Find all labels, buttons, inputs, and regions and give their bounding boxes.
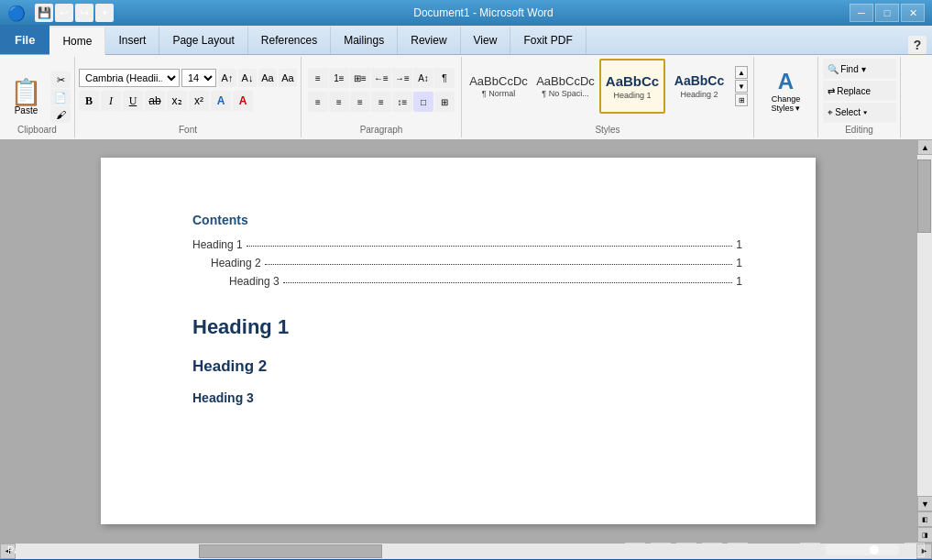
justify-button[interactable]: ≡ (371, 92, 391, 112)
sort-button[interactable]: A↕ (413, 68, 433, 88)
toc-entry-2: Heading 2 1 (211, 257, 742, 269)
styles-scroll-up[interactable]: ▲ (735, 66, 748, 79)
multilevel-list-button[interactable]: ⊞≡ (350, 68, 370, 88)
copy-button[interactable]: 📄 (50, 89, 71, 105)
toc-dots-1 (247, 246, 733, 247)
shading-button[interactable]: □ (413, 92, 433, 112)
tab-references[interactable]: References (248, 27, 331, 54)
font-size-select[interactable]: 14 (181, 69, 216, 87)
minimize-button[interactable]: ─ (850, 4, 873, 22)
toc-page-2: 1 (736, 257, 742, 269)
tab-review[interactable]: Review (398, 27, 460, 54)
cut-button[interactable]: ✂ (50, 71, 71, 88)
select-button[interactable]: ⌖ Select ▾ (823, 103, 896, 123)
heading2: Heading 2 (192, 357, 742, 376)
increase-font-button[interactable]: A↑ (218, 69, 236, 87)
title-bar: 🔵 💾 ↩ ↪ ▾ Document1 - Microsoft Word ─ □… (0, 0, 932, 26)
zoom-slider[interactable] (826, 544, 899, 555)
toc-entry-1: Heading 1 1 (192, 238, 742, 251)
font-name-select[interactable]: Cambria (Headii... (79, 69, 180, 87)
underline-button[interactable]: U (123, 91, 143, 111)
scroll-corner-2[interactable]: ◨ (917, 527, 932, 543)
quick-access-dropdown[interactable]: ▾ (95, 4, 114, 22)
close-button[interactable]: ✕ (901, 4, 925, 22)
clear-format-button[interactable]: Aa (258, 69, 277, 87)
save-button[interactable]: 💾 (35, 4, 53, 22)
paste-button[interactable]: 📋 Paste (4, 77, 49, 118)
toc-page-1: 1 (736, 238, 742, 251)
style-normal[interactable]: AaBbCcDc ¶ Normal (466, 59, 532, 114)
toc-dots-3 (283, 282, 733, 283)
superscript-button[interactable]: x² (189, 91, 209, 111)
show-formatting-button[interactable]: ¶ (434, 68, 455, 88)
tab-page-layout[interactable]: Page Layout (159, 27, 247, 54)
align-left-button[interactable]: ≡ (308, 92, 328, 112)
align-right-button[interactable]: ≡ (350, 92, 370, 112)
find-button[interactable]: 🔍 Find ▾ (823, 59, 896, 79)
editing-label: Editing (818, 124, 900, 136)
bullets-button[interactable]: ≡ (308, 68, 328, 88)
undo-button[interactable]: ↩ (55, 4, 73, 22)
line-spacing-button[interactable]: ↕≡ (392, 92, 412, 112)
replace-button[interactable]: ⇄ Replace (823, 81, 896, 101)
change-styles-group: A ChangeStyles ▾ (754, 57, 818, 137)
title-bar-left: 🔵 💾 ↩ ↪ ▾ (7, 4, 117, 22)
styles-scroll: ▲ ▼ ⊞ (735, 66, 748, 106)
editing-group: 🔍 Find ▾ ⇄ Replace ⌖ Select ▾ Editing (818, 57, 901, 137)
window-controls: ─ □ ✕ (850, 4, 925, 22)
decrease-font-button[interactable]: A↓ (238, 69, 257, 87)
tab-foxit-pdf[interactable]: Foxit PDF (510, 27, 586, 54)
scroll-track[interactable] (917, 155, 932, 496)
subscript-button[interactable]: x₂ (167, 91, 187, 111)
decrease-indent-button[interactable]: ←≡ (371, 68, 391, 88)
style-heading1[interactable]: AaBbCc Heading 1 (599, 59, 665, 114)
tab-mailings[interactable]: Mailings (331, 27, 398, 54)
contents-title: Contents (192, 213, 742, 227)
italic-button[interactable]: I (101, 91, 121, 111)
para-row-2: ≡ ≡ ≡ ≡ ↕≡ □ ⊞ (308, 92, 455, 112)
change-styles-button[interactable]: A ChangeStyles ▾ (759, 64, 814, 117)
hscroll-thumb[interactable] (199, 544, 382, 558)
text-highlight-button[interactable]: A (211, 91, 231, 111)
ribbon-content: 📋 Paste ✂ 📄 🖌 Clipboard Cambria (Headii.… (0, 55, 932, 139)
font-color-button[interactable]: A (233, 91, 253, 111)
redo-button[interactable]: ↪ (75, 4, 93, 22)
borders-button[interactable]: ⊞ (434, 92, 455, 112)
numbering-button[interactable]: 1≡ (329, 68, 349, 88)
text-effects-button[interactable]: Aa (279, 69, 297, 87)
bold-button[interactable]: B (79, 91, 99, 111)
change-styles-content: A ChangeStyles ▾ (759, 59, 814, 123)
maximize-button[interactable]: □ (875, 4, 899, 22)
strikethrough-button[interactable]: ab (145, 91, 165, 111)
scroll-down-button[interactable]: ▼ (917, 496, 932, 511)
align-center-button[interactable]: ≡ (329, 92, 349, 112)
style-no-spacing[interactable]: AaBbCcDc ¶ No Spaci... (532, 59, 598, 114)
toc-page-3: 1 (736, 275, 742, 288)
document-page[interactable]: Contents Heading 1 1 Heading 2 1 Heading… (101, 158, 816, 524)
clipboard-label: Clipboard (0, 124, 74, 136)
horizontal-scrollbar: ◄ ► (0, 543, 932, 558)
document-scroll-area[interactable]: Contents Heading 1 1 Heading 2 1 Heading… (0, 139, 916, 543)
font-row-2: B I U ab x₂ x² A A (79, 91, 297, 111)
styles-expand[interactable]: ⊞ (735, 93, 748, 106)
format-painter-button[interactable]: 🖌 (50, 106, 71, 123)
style-no-spacing-label: ¶ No Spaci... (542, 89, 588, 98)
style-heading2[interactable]: AaBbCc Heading 2 (666, 59, 732, 114)
tab-insert[interactable]: Insert (105, 27, 159, 54)
tab-home[interactable]: Home (49, 27, 105, 55)
quick-access-toolbar: 💾 ↩ ↪ ▾ (31, 4, 117, 22)
hscroll-track[interactable] (16, 544, 916, 559)
tab-file[interactable]: File (0, 25, 49, 54)
increase-indent-button[interactable]: →≡ (392, 68, 412, 88)
word-icon: 🔵 (7, 5, 26, 22)
tab-view[interactable]: View (461, 27, 511, 54)
doc-and-hscroll: Contents Heading 1 1 Heading 2 1 Heading… (0, 139, 932, 558)
help-button[interactable]: ? (908, 36, 927, 54)
scroll-thumb[interactable] (917, 159, 931, 233)
styles-scroll-down[interactable]: ▼ (735, 80, 748, 93)
change-styles-icon: A (778, 69, 794, 94)
scroll-up-button[interactable]: ▲ (917, 139, 932, 155)
zoom-slider-thumb[interactable] (870, 545, 879, 555)
scroll-corner-1[interactable]: ◧ (917, 511, 932, 527)
vertical-scrollbar: ▲ ▼ ◧ ◨ (916, 139, 932, 543)
